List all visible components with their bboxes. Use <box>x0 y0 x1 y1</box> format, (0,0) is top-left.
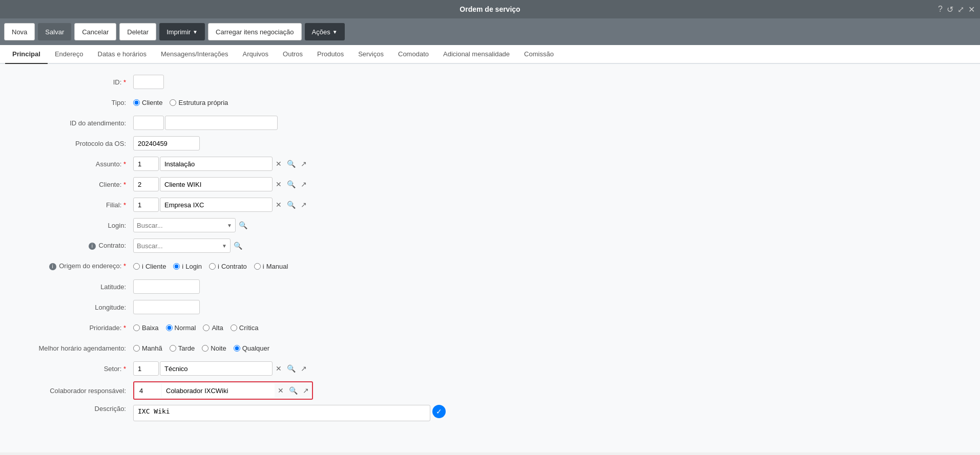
help-icon[interactable]: ? <box>938 5 943 14</box>
assunto-search-button[interactable]: 🔍 <box>285 159 298 169</box>
latitude-input[interactable] <box>133 279 200 294</box>
setor-label: Setor: * <box>20 365 133 373</box>
expand-icon[interactable]: ⤢ <box>957 5 964 14</box>
origem-manual-radio[interactable] <box>254 263 261 270</box>
filial-row: Filial: * ✕ 🔍 ↗ <box>20 197 960 212</box>
id-row: ID: * <box>20 74 960 90</box>
descricao-textarea[interactable] <box>133 405 430 421</box>
colaborador-open-button[interactable]: ↗ <box>301 385 311 396</box>
filial-id-input[interactable] <box>133 198 159 212</box>
horario-qualquer-radio[interactable] <box>234 345 240 352</box>
id-atendimento-name-input[interactable] <box>165 116 278 130</box>
imprimir-button[interactable]: Imprimir ▼ <box>159 23 205 40</box>
setor-clear-button[interactable]: ✕ <box>274 363 284 374</box>
assunto-name-input[interactable] <box>160 157 273 171</box>
nova-button[interactable]: Nova <box>4 23 35 40</box>
deletar-button[interactable]: Deletar <box>119 23 156 40</box>
cliente-open-button[interactable]: ↗ <box>299 179 309 189</box>
prioridade-alta-option[interactable]: Alta <box>203 324 223 332</box>
cliente-name-input[interactable] <box>160 177 273 191</box>
acoes-button[interactable]: Ações ▼ <box>305 23 345 40</box>
cliente-search-button[interactable]: 🔍 <box>285 179 298 189</box>
login-search-input[interactable] <box>137 222 225 229</box>
tab-arquivos[interactable]: Arquivos <box>236 45 276 64</box>
origem-contrato-option[interactable]: i Contrato <box>209 263 247 270</box>
setor-open-button[interactable]: ↗ <box>299 363 309 374</box>
origem-label: i Origem do endereço: * <box>20 262 133 270</box>
login-dropdown[interactable]: ▼ <box>133 218 236 232</box>
colaborador-id-input[interactable] <box>135 383 161 398</box>
horario-manha-option[interactable]: Manhã <box>133 344 162 352</box>
contrato-search-button[interactable]: 🔍 <box>232 241 244 251</box>
tab-mensagens[interactable]: Mensagens/Interações <box>154 45 236 64</box>
tab-principal[interactable]: Principal <box>5 45 48 64</box>
salvar-button[interactable]: Salvar <box>38 23 71 40</box>
horario-manha-radio[interactable] <box>133 345 140 352</box>
tipo-cliente-radio[interactable] <box>133 99 140 106</box>
horario-tarde-option[interactable]: Tarde <box>170 344 195 352</box>
cliente-id-input[interactable] <box>133 177 159 191</box>
origem-login-radio[interactable] <box>173 263 180 270</box>
horario-noite-radio[interactable] <box>202 345 208 352</box>
assunto-clear-button[interactable]: ✕ <box>274 159 284 169</box>
filial-open-button[interactable]: ↗ <box>299 200 309 210</box>
protocolo-input[interactable] <box>133 136 200 150</box>
colaborador-label: Colaborador responsável: <box>20 387 133 395</box>
tab-comissao[interactable]: Comissão <box>517 45 561 64</box>
prioridade-baixa-radio[interactable] <box>133 324 140 331</box>
tab-produtos[interactable]: Produtos <box>310 45 351 64</box>
longitude-input[interactable] <box>133 300 200 314</box>
assunto-open-button[interactable]: ↗ <box>299 159 309 169</box>
close-icon[interactable]: ✕ <box>968 5 975 14</box>
filial-search-button[interactable]: 🔍 <box>285 200 298 210</box>
filial-name-input[interactable] <box>160 198 273 212</box>
horario-noite-option[interactable]: Noite <box>202 344 226 352</box>
origem-cliente-option[interactable]: i Cliente <box>133 263 166 270</box>
contrato-dropdown[interactable]: ▼ <box>133 239 231 253</box>
prioridade-baixa-option[interactable]: Baixa <box>133 324 159 332</box>
tipo-estrutura-radio[interactable] <box>170 99 176 106</box>
acoes-arrow-icon: ▼ <box>332 29 338 35</box>
colaborador-name-input[interactable] <box>162 383 275 398</box>
setor-search-button[interactable]: 🔍 <box>285 363 298 374</box>
protocolo-row: Protocolo da OS: <box>20 136 960 151</box>
tab-servicos[interactable]: Serviços <box>351 45 391 64</box>
horario-qualquer-option[interactable]: Qualquer <box>234 344 269 352</box>
carregar-button[interactable]: Carregar itens negociação <box>208 23 301 40</box>
tab-datas-horarios[interactable]: Datas e horários <box>91 45 154 64</box>
login-search-button[interactable]: 🔍 <box>237 220 249 230</box>
tab-comodato[interactable]: Comodato <box>391 45 436 64</box>
prioridade-normal-option[interactable]: Normal <box>166 324 196 332</box>
origem-cliente-radio[interactable] <box>133 263 140 270</box>
origem-login-option[interactable]: i Login <box>173 263 202 270</box>
tipo-estrutura-option[interactable]: Estrutura própria <box>170 99 228 106</box>
tab-adicional[interactable]: Adicional mensalidade <box>436 45 517 64</box>
cancelar-button[interactable]: Cancelar <box>74 23 116 40</box>
prioridade-critica-radio[interactable] <box>231 324 237 331</box>
descricao-confirm-icon[interactable]: ✓ <box>432 405 446 418</box>
origem-contrato-radio[interactable] <box>209 263 216 270</box>
assunto-id-input[interactable] <box>133 157 159 171</box>
prioridade-normal-radio[interactable] <box>166 324 173 331</box>
contrato-search-input[interactable] <box>137 242 220 250</box>
origem-info-icon: i <box>49 263 56 270</box>
id-atendimento-id-input[interactable] <box>133 116 164 130</box>
prioridade-critica-option[interactable]: Crítica <box>231 324 259 332</box>
cliente-clear-button[interactable]: ✕ <box>274 179 284 189</box>
colaborador-clear-button[interactable]: ✕ <box>276 385 286 396</box>
imprimir-arrow-icon: ▼ <box>193 29 198 35</box>
tipo-cliente-option[interactable]: Cliente <box>133 99 162 106</box>
latitude-label: Latitude: <box>20 283 133 291</box>
setor-id-input[interactable] <box>133 361 159 376</box>
refresh-icon[interactable]: ↺ <box>947 5 953 14</box>
horario-tarde-radio[interactable] <box>170 345 176 352</box>
prioridade-row: Prioridade: * Baixa Normal Alta Crítica <box>20 320 960 335</box>
origem-manual-option[interactable]: i Manual <box>254 263 288 270</box>
setor-name-input[interactable] <box>160 361 273 376</box>
tab-endereco[interactable]: Endereço <box>48 45 91 64</box>
filial-clear-button[interactable]: ✕ <box>274 200 284 210</box>
tab-outros[interactable]: Outros <box>276 45 310 64</box>
colaborador-search-button[interactable]: 🔍 <box>287 385 300 396</box>
id-input[interactable] <box>133 75 164 89</box>
prioridade-alta-radio[interactable] <box>203 324 210 331</box>
